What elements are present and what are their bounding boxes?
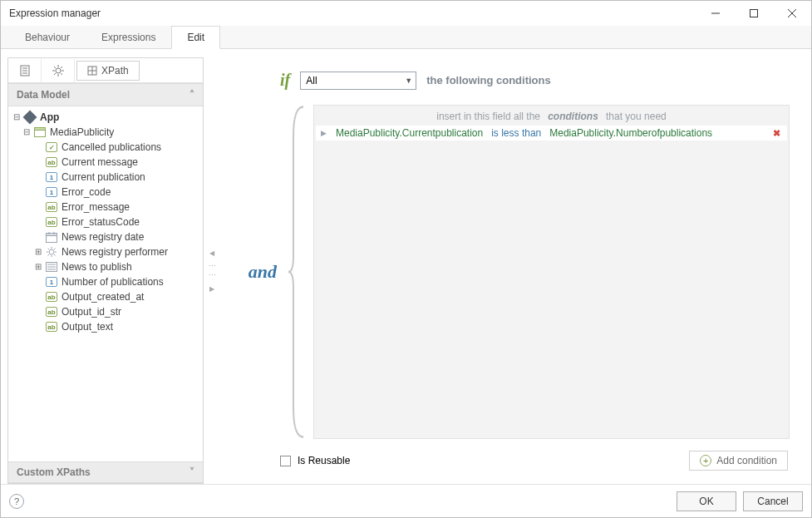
toolbar-doc-icon[interactable] [8,59,42,82]
type-icon: 1 [45,170,58,184]
tree-node-attr[interactable]: abError_statusCode [8,215,203,229]
tab-expressions[interactable]: Expressions [86,26,171,49]
tree-node-attr[interactable]: News registry date [8,229,203,244]
svg-line-14 [61,73,62,75]
tree-node-attr[interactable]: 1Number of publications [8,274,203,289]
type-icon: ab [45,155,58,169]
type-icon: ab [45,215,58,229]
conditions-box[interactable]: insert in this field all the conditions … [313,105,790,439]
if-row: if All ▼ the following conditions [230,71,790,90]
type-icon: ✓ [45,141,58,154]
xpath-tab-label: XPath [101,65,129,76]
ok-button[interactable]: OK [677,491,736,511]
drag-handle-icon[interactable]: ▶ [319,129,327,137]
conditions-block: and insert in this field all the conditi… [230,105,790,439]
body: XPath Data Model ˄ ⊟ App ⊟ Media [1,49,811,484]
and-keyword: and [249,261,277,283]
condition-right-operand[interactable]: MediaPublicity.Numberofpublications [549,127,712,139]
condition-left-operand[interactable]: MediaPublicity.Currentpublication [336,127,483,139]
tree-node-attr[interactable]: abOutput_text [8,319,203,334]
tree-node-attr[interactable]: abError_message [8,200,203,215]
if-keyword: if [280,71,290,90]
tree-label: News registry performer [62,246,168,258]
expand-right-icon: ▶ [209,285,214,293]
plus-icon: + [700,455,711,466]
placeholder-text: insert in this field all the conditions … [316,109,787,124]
tree-node-app[interactable]: ⊟ App [8,110,203,125]
delete-condition-icon[interactable]: ✖ [773,128,780,139]
svg-point-26 [49,249,54,254]
tree-label: Output_text [62,321,113,333]
condition-row[interactable]: ▶ MediaPublicity.Currentpublication is l… [316,126,787,141]
tree-node-attr[interactable]: ⊞News to publish [8,259,203,274]
tree-label: MediaPublicity [50,126,114,138]
tree-node-attr[interactable]: ✓Cancelled publications [8,140,203,155]
tree-node-attr[interactable]: ⊞News registry performer [8,244,203,259]
entity-icon [33,126,47,139]
chevron-down-icon: ▼ [405,76,412,85]
tree-label: Current publication [62,171,145,183]
chevron-up-icon: ˄ [189,89,194,101]
svg-line-13 [54,67,56,68]
data-model-tree: ⊟ App ⊟ MediaPublicity ✓Cancelled public… [8,106,203,461]
add-condition-button[interactable]: + Add condition [689,451,788,471]
tree-label: Output_created_at [62,291,144,303]
tree-label: Error_statusCode [62,216,140,228]
cancel-button[interactable]: Cancel [743,491,803,511]
is-reusable-checkbox[interactable] [280,456,291,466]
condition-operator[interactable]: is less than [491,127,541,139]
type-icon: ab [45,290,58,303]
tree-label: Cancelled publications [62,141,161,153]
tree-label: News to publish [62,261,132,273]
close-button[interactable] [773,1,811,26]
tree-node-attr[interactable]: abOutput_created_at [8,289,203,304]
quantifier-combo[interactable]: All ▼ [300,72,416,90]
type-icon: ab [45,320,58,333]
custom-xpaths-header[interactable]: Custom XPaths ˅ [8,461,203,483]
bottom-bar: ? OK Cancel [1,484,811,517]
left-toolbar: XPath [8,58,203,83]
type-icon [45,230,58,244]
expression-editor: if All ▼ the following conditions and in… [220,57,805,484]
help-button[interactable]: ? [9,494,24,509]
minimize-button[interactable] [696,1,735,26]
tree-label: Number of publications [62,276,164,288]
tree-label: News registry date [62,231,144,243]
tree-label: Output_id_str [62,306,121,318]
following-conditions-label: the following conditions [426,74,550,86]
tree-node-attr[interactable]: 1Error_code [8,185,203,200]
tree-node-attr[interactable]: abOutput_id_str [8,304,203,319]
tree-node-attr[interactable]: 1Current publication [8,170,203,185]
toolbar-gear-icon[interactable] [42,59,75,82]
type-icon: ab [45,200,58,214]
type-icon: 1 [45,185,58,199]
tree-node-entity[interactable]: ⊟ MediaPublicity [8,125,203,140]
combo-value: All [306,75,317,86]
is-reusable-label: Is Reusable [298,455,350,466]
svg-line-15 [61,67,62,68]
svg-line-34 [48,254,50,256]
add-condition-label: Add condition [716,455,777,466]
titlebar: Expression manager [1,1,811,26]
splitter[interactable]: ◀ ⋮⋮ ▶ [209,57,215,484]
tab-edit[interactable]: Edit [171,26,220,49]
svg-rect-23 [47,233,57,235]
svg-line-31 [48,249,50,250]
data-model-header[interactable]: Data Model ˄ [8,83,203,106]
type-icon [45,260,58,274]
cube-icon [23,111,37,124]
tree-label: App [40,111,59,123]
type-icon [45,245,58,259]
type-icon: ab [45,305,58,318]
tree-label: Current message [62,156,138,168]
data-model-title: Data Model [17,89,70,101]
svg-rect-1 [750,10,758,17]
svg-line-32 [54,254,56,256]
tab-behaviour[interactable]: Behaviour [9,26,86,49]
custom-xpaths-title: Custom XPaths [17,466,91,478]
maximize-button[interactable] [735,1,773,26]
svg-rect-21 [35,128,46,131]
editor-footer: Is Reusable + Add condition [230,439,790,477]
tree-node-attr[interactable]: abCurrent message [8,155,203,170]
xpath-tab[interactable]: XPath [76,61,140,81]
